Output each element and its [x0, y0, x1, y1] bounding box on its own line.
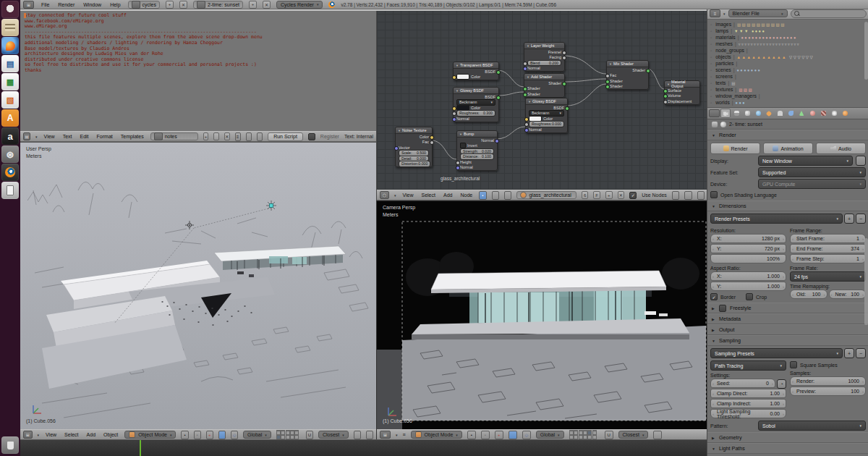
- tab-scene[interactable]: [742, 109, 752, 118]
- outliner-row-textures[interactable]: ◦textures|▨▨▨: [710, 86, 868, 93]
- vp-menu-view[interactable]: View: [44, 432, 58, 437]
- system-settings-icon[interactable]: ⊛: [1, 145, 19, 163]
- outliner-row-materials[interactable]: ◦materials|●●●●●●●●●●●●●●●●: [710, 34, 868, 41]
- socket[interactable]: [452, 75, 456, 80]
- line-numbers-toggle[interactable]: ≡: [235, 132, 241, 141]
- outliner-display-mode[interactable]: Blender File▾: [728, 9, 788, 17]
- outliner-editor-type-icon[interactable]: ≡: [710, 9, 720, 17]
- tab-render-layers[interactable]: [731, 109, 741, 118]
- layer-buttons[interactable]: [276, 429, 301, 440]
- node-mix-shader[interactable]: ▼Mix Shader Shader Fac Shader Shader: [606, 60, 649, 90]
- node-material-output[interactable]: ▼Material Output Surface Volume Displace…: [664, 80, 700, 105]
- socket[interactable]: [523, 67, 527, 71]
- properties-editor-type-icon[interactable]: [709, 109, 720, 117]
- text-editor-content[interactable]: stay connected for future cool stuff www…: [20, 11, 376, 131]
- panel-header-freestyle[interactable]: ▶✓Freestyle: [707, 303, 868, 313]
- word-wrap-toggle[interactable]: [246, 132, 252, 141]
- viewport-user-scene[interactable]: User Persp Meters (1) Cube.056: [20, 143, 376, 429]
- register-checkbox[interactable]: ✓: [308, 133, 315, 140]
- menu-render[interactable]: Render: [56, 2, 76, 7]
- display-lock-button[interactable]: [856, 156, 866, 166]
- display-select[interactable]: New Window▾: [758, 156, 853, 166]
- sampling-presets-select[interactable]: Sampling Presets▾: [710, 348, 843, 358]
- outliner-row-texts[interactable]: ◦texts|▤: [710, 80, 868, 86]
- opengl-render-anim-icon[interactable]: [366, 431, 373, 439]
- pattern-select[interactable]: Sobol▾: [758, 421, 866, 431]
- add-sampling-preset-button[interactable]: +: [844, 348, 854, 358]
- color-swatch[interactable]: [456, 74, 469, 80]
- square-samples-checkbox[interactable]: ✓: [790, 361, 797, 368]
- outliner-row-node-groups[interactable]: ◦node_groups|: [710, 47, 868, 54]
- outliner-row-objects[interactable]: ◦objects|▲▲▲▲▲▲▲▲▲▲▽▽▽▽▽▽: [710, 54, 868, 60]
- menu-file[interactable]: File: [40, 2, 51, 7]
- aspect-y-field[interactable]: Y:1.000: [710, 282, 786, 291]
- end-frame-field[interactable]: End Frame:374: [790, 244, 866, 253]
- shader-type-object[interactable]: •: [479, 191, 486, 200]
- close-scene-button[interactable]: ✕: [263, 1, 271, 9]
- timeline-strip[interactable]: [20, 439, 707, 456]
- socket[interactable]: [605, 85, 610, 89]
- border-checkbox[interactable]: ✓: [710, 293, 718, 300]
- snap-element-select[interactable]: Closest▾: [618, 431, 649, 439]
- snap-magnet-icon[interactable]: U: [605, 431, 613, 439]
- device-select[interactable]: GPU Compute▾: [758, 179, 866, 189]
- node-transparent-bsdf[interactable]: ▼Transparent BSDF BSDF Color: [453, 62, 499, 80]
- texted-menu-templates[interactable]: Templates: [119, 134, 145, 139]
- vp-menu-select[interactable]: Select: [63, 432, 80, 437]
- resolution-percentage-field[interactable]: 100%: [710, 254, 786, 263]
- panel-header-dimensions[interactable]: ▼Dimensions: [707, 200, 868, 211]
- outliner-scrollbar[interactable]: [864, 22, 868, 80]
- node-editor-canvas[interactable]: ▼Noise Texture Color Fac Vector Scale:0.…: [377, 11, 707, 190]
- tab-texture[interactable]: [818, 109, 828, 118]
- light-sampling-threshold-field[interactable]: Light Sampling Threshold:0.00: [710, 409, 786, 418]
- viewport-shading-select[interactable]: •: [467, 431, 476, 439]
- manipulator-translate[interactable]: +: [495, 431, 503, 439]
- screen-selector[interactable]: cycles: [128, 1, 160, 9]
- render-button[interactable]: Render: [710, 143, 760, 154]
- outliner-row-images[interactable]: ◦images|▤▤▤▤▤▤▤▤▤▤: [710, 21, 868, 28]
- panel-header-sampling[interactable]: ▼Sampling: [707, 335, 868, 346]
- frame-step-field[interactable]: Frame Step:1: [790, 254, 866, 263]
- material-datablock[interactable]: glass_architectural: [516, 191, 576, 199]
- manipulator-scale[interactable]: ◇: [231, 431, 238, 439]
- ne-menu-add[interactable]: Add: [442, 193, 454, 198]
- layer-buttons[interactable]: [569, 429, 600, 440]
- remap-new-field[interactable]: New:100: [829, 290, 867, 299]
- manipulator-rotate[interactable]: [218, 431, 226, 439]
- libreoffice-calc-icon[interactable]: ▦: [1, 73, 19, 90]
- node-glossy-bsdf-1[interactable]: ▼Glossy BSDF BSDF Beckmann▾ Color Roughn…: [453, 87, 499, 122]
- blender-icon[interactable]: [1, 164, 19, 181]
- shader-type-linestyle[interactable]: [504, 191, 511, 200]
- outliner-row-particles[interactable]: ◦particles|: [710, 60, 868, 67]
- viewport-editor-type-icon[interactable]: ⊞: [23, 431, 33, 439]
- scene-selector[interactable]: 2-time: sunset: [193, 1, 243, 9]
- libreoffice-impress-icon[interactable]: ▧: [1, 91, 19, 109]
- socket[interactable]: [452, 117, 456, 122]
- vp-menu-object[interactable]: Object: [102, 432, 119, 437]
- seed-animate-button[interactable]: ◔: [777, 379, 786, 389]
- seed-field[interactable]: Seed:0: [710, 379, 775, 388]
- mode-select[interactable]: Object Mode▾: [124, 431, 176, 439]
- snap-element-select[interactable]: Closest▾: [318, 431, 349, 439]
- transform-orientation-select[interactable]: Global▾: [243, 431, 271, 439]
- aspect-x-field[interactable]: X:1.000: [710, 271, 786, 281]
- camera-marker[interactable]: [266, 200, 276, 211]
- fake-user-button[interactable]: F: [593, 191, 600, 199]
- snap-magnet-icon[interactable]: U: [306, 431, 313, 439]
- collapsed-menus-icon[interactable]: ≡: [403, 432, 406, 437]
- outliner-row-worlds[interactable]: ◦worlds|●●●: [710, 99, 868, 106]
- tab-modifiers[interactable]: [786, 109, 796, 118]
- pivot-point-select[interactable]: ◦: [481, 431, 490, 439]
- tab-material[interactable]: [807, 109, 817, 118]
- outliner-row-scenes[interactable]: ◦scenes|●●●●●●●: [710, 67, 868, 73]
- panel-header-render[interactable]: ▼Render: [707, 130, 868, 140]
- node-layer-weight[interactable]: ▼Layer Weight Fresnel Facing Blend0.200 …: [524, 42, 565, 72]
- node-add-shader[interactable]: ▼Add Shader Shader Shader Shader: [524, 73, 565, 98]
- unlink-text-button[interactable]: ✕: [224, 132, 230, 140]
- file-manager-icon[interactable]: [1, 19, 19, 36]
- texted-menu-format[interactable]: Format: [95, 134, 114, 139]
- mode-select[interactable]: Object Mode▾: [411, 431, 462, 439]
- tab-particles[interactable]: [829, 109, 839, 118]
- socket[interactable]: [523, 93, 527, 97]
- use-nodes-checkbox[interactable]: ✓: [629, 192, 637, 199]
